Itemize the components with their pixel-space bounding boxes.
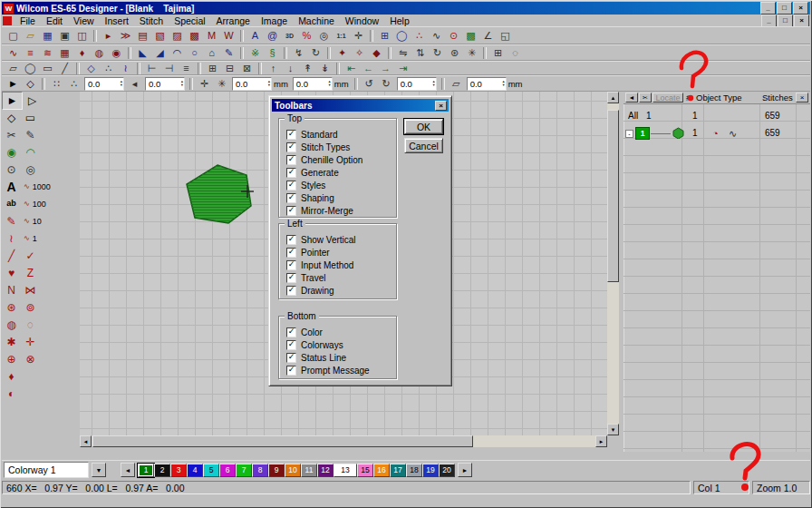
scroll-right-button[interactable]: ► xyxy=(595,435,607,447)
checkbox-input-method[interactable]: ✓Input Method xyxy=(286,259,396,271)
checkbox-generate[interactable]: ✓Generate xyxy=(286,166,396,179)
style-sheet-button[interactable]: ✦ xyxy=(334,46,351,60)
rotate-left-button[interactable]: ↺ xyxy=(361,77,378,91)
line-shape-button[interactable]: ╱ xyxy=(56,62,73,75)
color-swatch-20[interactable]: 20 xyxy=(439,464,455,477)
vertical-scrollbar[interactable]: ▲ ▼ xyxy=(607,92,619,435)
app-icon[interactable]: W xyxy=(4,4,14,14)
z-stitch-tool-button[interactable]: Z xyxy=(21,265,40,281)
scroll-left-button[interactable]: ◄ xyxy=(80,435,92,447)
disc-motif-tool-button[interactable]: ◍ xyxy=(2,317,21,333)
lettering-button[interactable]: A xyxy=(246,29,264,43)
ellipse-shape-button[interactable]: ◯ xyxy=(22,62,39,75)
nudge-button[interactable]: ◂ xyxy=(126,77,143,91)
color-swatch-6[interactable]: 6 xyxy=(219,464,236,477)
color-swatch-18[interactable]: 18 xyxy=(406,464,422,477)
space-evenly-button[interactable]: ≡ xyxy=(178,62,195,75)
maximize-button[interactable]: □ xyxy=(777,2,792,15)
cross-motif-tool-button[interactable]: ⊗ xyxy=(21,351,40,367)
color-swatch-10[interactable]: 10 xyxy=(285,464,301,477)
red-pen-tool-button[interactable]: ✎ xyxy=(2,213,21,230)
input-circle-button[interactable]: ○ xyxy=(186,46,203,60)
stitch-type-m-button[interactable]: M xyxy=(203,29,220,43)
fusion-fill-button[interactable]: ◉ xyxy=(108,46,125,60)
snap-grid-button[interactable]: ∴ xyxy=(65,77,82,91)
small-lettering-tool-button[interactable]: ab xyxy=(2,196,21,212)
color-swatch-8[interactable]: 8 xyxy=(252,464,268,477)
zoom-1-1-button[interactable]: 1:1 xyxy=(333,29,350,43)
input-a-button[interactable]: ◣ xyxy=(134,46,151,60)
freehand-input-button[interactable]: ✎ xyxy=(220,46,237,60)
circle-motif-tool-button[interactable]: ⊕ xyxy=(2,351,21,367)
color-swatch-15[interactable]: 15 xyxy=(357,464,373,477)
reshape-object-button[interactable]: ◇ xyxy=(22,77,39,91)
sequence-up-button[interactable]: ↑ xyxy=(265,62,282,75)
preset-100-button[interactable]: ∿100 xyxy=(21,200,62,209)
position-x-field[interactable]: 0.0▴▾ xyxy=(84,77,124,91)
checkbox-mirror-merge[interactable]: ✓Mirror-Merge xyxy=(286,204,396,217)
color-swatch-2[interactable]: 2 xyxy=(154,464,170,477)
position-y-field[interactable]: 0.0▴▾ xyxy=(145,77,185,91)
horizontal-scrollbar[interactable]: ◄ ► xyxy=(80,435,607,447)
apply-style-button[interactable]: ✧ xyxy=(351,46,368,60)
dock-panel-button[interactable]: ◄ xyxy=(625,93,638,103)
mirror-horizontal-button[interactable]: ⇋ xyxy=(394,46,411,60)
save-style-button[interactable]: ◆ xyxy=(368,46,385,60)
stitch-player-button[interactable]: ▸ xyxy=(100,29,117,43)
panel-close-button[interactable]: × xyxy=(796,93,808,103)
skew-angle-spinner[interactable]: ▴▾ xyxy=(502,80,504,87)
checkbox-shaping[interactable]: ✓Shaping xyxy=(286,191,396,204)
monogramming-button[interactable]: @ xyxy=(264,29,281,43)
pan-button[interactable]: ✛ xyxy=(350,29,367,43)
contour-fill-button[interactable]: ◍ xyxy=(91,46,108,60)
satin-stitch-button[interactable]: ≋ xyxy=(39,46,56,60)
travel-start-button[interactable]: ⇤ xyxy=(343,62,360,75)
rotate-right-button[interactable]: ↻ xyxy=(378,77,395,91)
mdi-restore-button[interactable]: □ xyxy=(778,15,793,27)
scroll-down-button[interactable]: ▼ xyxy=(607,424,619,435)
select-object-button[interactable]: ► xyxy=(5,77,22,91)
plus-motif-tool-button[interactable]: ✛ xyxy=(21,334,40,350)
color-swatch-9[interactable]: 9 xyxy=(268,464,285,477)
travel-end-button[interactable]: ⇥ xyxy=(394,62,411,75)
start-end-tool-button[interactable]: ◉ xyxy=(2,144,21,161)
anchor-button[interactable]: ✛ xyxy=(196,77,213,91)
scissors-tool-button[interactable]: ✂ xyxy=(2,127,21,143)
wreath-button[interactable]: ⊛ xyxy=(446,46,463,60)
point-input-button[interactable]: ∷ xyxy=(48,77,65,91)
mdi-document-icon[interactable] xyxy=(3,16,12,25)
close-button[interactable]: × xyxy=(793,2,808,15)
palette-scroll-right-button[interactable]: ► xyxy=(458,463,472,477)
checkbox-drawing[interactable]: ✓Drawing xyxy=(286,284,396,297)
save-design-button[interactable]: ▦ xyxy=(39,29,56,43)
background-settings-button[interactable]: ▩ xyxy=(462,29,479,43)
object-list-grid[interactable]: All 1 1 659 - 1 1 ◔ ∿ 659 xyxy=(624,104,810,452)
sequence-first-button[interactable]: ↟ xyxy=(299,62,316,75)
color-swatch-16[interactable]: 16 xyxy=(373,464,390,477)
kaleidoscope-button[interactable]: ✳ xyxy=(463,46,480,60)
object-height-field[interactable]: 0.0▴▾ xyxy=(293,77,333,91)
polygon-select-tool-button[interactable]: ◇ xyxy=(2,110,21,126)
generate-stitches-button[interactable]: ↯ xyxy=(290,46,307,60)
rotate-angle-spinner[interactable]: ▴▾ xyxy=(432,80,434,87)
ungroup-objects-button[interactable]: ⊟ xyxy=(221,62,238,75)
menu-insert[interactable]: Insert xyxy=(100,15,134,26)
color-picker-tool-button[interactable]: ⊙ xyxy=(2,161,21,178)
color-swatch-7[interactable]: 7 xyxy=(236,464,252,477)
regenerate-button[interactable]: ↻ xyxy=(307,46,324,60)
run-stitch-tool-button[interactable]: ≀ xyxy=(2,230,21,247)
color-swatch-19[interactable]: 19 xyxy=(422,464,439,477)
array-duplicate-button[interactable]: ⊞ xyxy=(489,46,507,60)
slow-redraw-button[interactable]: ≫ xyxy=(117,29,134,43)
checkbox-travel[interactable]: ✓Travel xyxy=(286,271,396,284)
object-width-field[interactable]: 0.0▴▾ xyxy=(232,77,272,91)
group-objects-button[interactable]: ⊞ xyxy=(204,62,221,75)
checkbox-show-vertical[interactable]: ✓Show Vertical xyxy=(286,233,396,246)
preset-10-button[interactable]: ∿10 xyxy=(21,217,62,226)
position-x-spinner[interactable]: ▴▾ xyxy=(121,80,122,87)
color-swatch-1[interactable]: 1 xyxy=(138,464,154,477)
cancel-button[interactable]: Cancel xyxy=(404,138,443,153)
sequence-last-button[interactable]: ↡ xyxy=(316,62,334,75)
check-tool-button[interactable]: ✓ xyxy=(21,248,40,264)
rotate-copy-button[interactable]: ↻ xyxy=(429,46,446,60)
